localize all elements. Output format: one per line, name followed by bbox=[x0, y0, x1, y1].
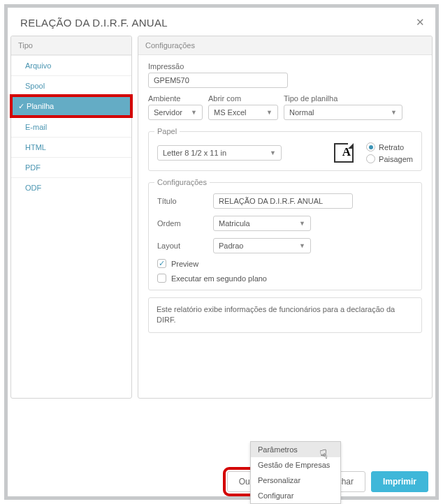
preview-label: Preview bbox=[171, 260, 198, 268]
orient-paisagem-label: Paisagem bbox=[379, 155, 413, 163]
radio-off-icon bbox=[366, 154, 375, 163]
dialog-title: RELAÇÃO DA D.I.R.F. ANUAL bbox=[20, 17, 168, 29]
tipoplanilha-select[interactable]: Normal ▼ bbox=[284, 105, 402, 120]
imprimir-label: Imprimir bbox=[383, 477, 416, 487]
tipo-panel-header: Tipo bbox=[11, 36, 131, 55]
checkbox-on-icon bbox=[157, 259, 166, 268]
titulo-input[interactable] bbox=[213, 193, 353, 209]
tipo-item-spool[interactable]: Spool bbox=[11, 75, 131, 96]
preview-checkbox[interactable]: Preview bbox=[157, 259, 413, 268]
outras-acoes-menu: Parâmetros Gestão de Empresas Personaliz… bbox=[250, 441, 341, 504]
ambiente-label: Ambiente bbox=[148, 94, 203, 103]
papel-size-value: Letter 8 1/2 x 11 in bbox=[163, 149, 226, 157]
orient-retrato-label: Retrato bbox=[379, 143, 404, 151]
ambiente-select[interactable]: Servidor ▼ bbox=[148, 105, 203, 120]
caret-icon: ▼ bbox=[270, 149, 276, 156]
layout-value: Padrao bbox=[219, 242, 243, 250]
abrircom-value: MS Excel bbox=[214, 108, 246, 117]
ambiente-value: Servidor bbox=[154, 108, 182, 117]
caret-icon: ▼ bbox=[266, 109, 273, 116]
tipo-item-odf[interactable]: ODF bbox=[11, 177, 131, 198]
tipo-panel: Tipo Arquivo Spool Planilha E-mail HTML … bbox=[10, 36, 132, 399]
tipo-item-email[interactable]: E-mail bbox=[11, 117, 131, 137]
papel-size-select[interactable]: Letter 8 1/2 x 11 in ▼ bbox=[157, 145, 282, 161]
orient-paisagem-radio[interactable]: Paisagem bbox=[366, 154, 413, 163]
tipoplanilha-value: Normal bbox=[289, 108, 314, 117]
tipo-item-planilha[interactable]: Planilha bbox=[11, 96, 131, 117]
close-icon[interactable]: ✕ bbox=[416, 16, 425, 29]
descricao-text: Este relatório exibe informações de func… bbox=[148, 297, 422, 333]
abrircom-select[interactable]: MS Excel ▼ bbox=[208, 105, 278, 120]
caret-icon: ▼ bbox=[391, 109, 397, 116]
tipoplanilha-label: Tipo de planilha bbox=[284, 94, 402, 103]
configs-legend: Configurações bbox=[154, 178, 210, 186]
layout-select[interactable]: Padrao ▼ bbox=[213, 238, 311, 253]
titulo-label: Título bbox=[157, 197, 206, 205]
impressao-label: Impressão bbox=[148, 62, 422, 71]
config-panel-header: Configurações bbox=[138, 36, 432, 55]
caret-icon: ▼ bbox=[191, 109, 197, 116]
papel-legend: Papel bbox=[154, 127, 180, 135]
abrircom-label: Abrir com bbox=[208, 94, 278, 103]
caret-icon: ▼ bbox=[299, 220, 305, 227]
menu-item-personalizar[interactable]: Personalizar bbox=[251, 473, 340, 488]
ordem-label: Ordem bbox=[157, 219, 206, 228]
config-panel: Configurações Impressão Ambiente Servido… bbox=[138, 36, 433, 399]
tipo-item-arquivo[interactable]: Arquivo bbox=[11, 55, 131, 75]
radio-on-icon bbox=[366, 142, 375, 151]
checkbox-off-icon bbox=[157, 274, 166, 283]
background-label: Executar em segundo plano bbox=[171, 274, 267, 283]
tipo-item-html[interactable]: HTML bbox=[11, 137, 131, 157]
ordem-value: Matricula bbox=[219, 219, 250, 228]
imprimir-button[interactable]: Imprimir bbox=[371, 471, 428, 492]
orientation-icon: A bbox=[334, 143, 354, 163]
layout-label: Layout bbox=[157, 242, 206, 250]
impressao-input[interactable] bbox=[148, 73, 288, 88]
tipo-item-pdf[interactable]: PDF bbox=[11, 157, 131, 177]
menu-item-configurar[interactable]: Configurar bbox=[251, 488, 340, 503]
ordem-select[interactable]: Matricula ▼ bbox=[213, 216, 311, 231]
orient-retrato-radio[interactable]: Retrato bbox=[366, 142, 413, 151]
caret-icon: ▼ bbox=[299, 242, 305, 249]
background-checkbox[interactable]: Executar em segundo plano bbox=[157, 274, 413, 283]
